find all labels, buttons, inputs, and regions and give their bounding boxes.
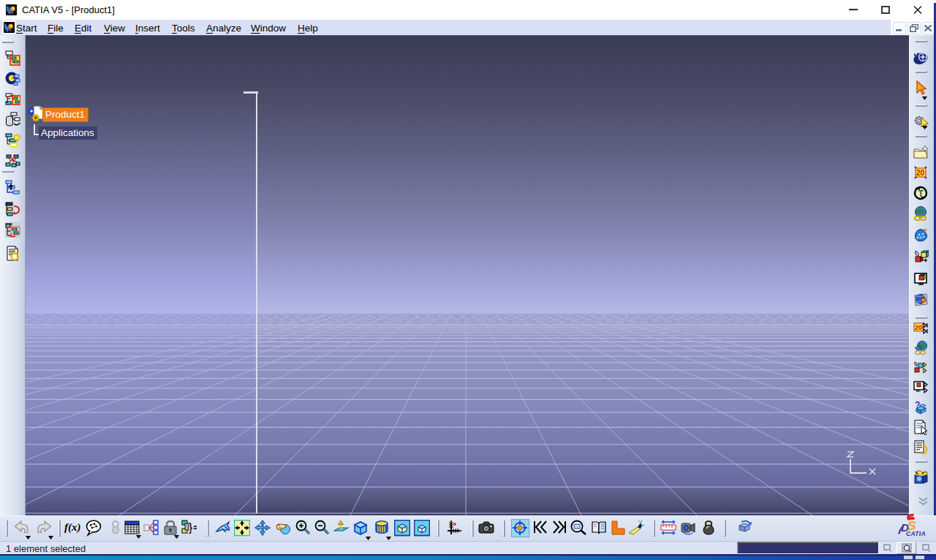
- svg-text:20: 20: [915, 324, 922, 331]
- svg-text:T: T: [918, 189, 924, 199]
- svg-text:CATIA: CATIA: [906, 530, 926, 537]
- svg-text:}: }: [189, 521, 193, 534]
- svg-text:20: 20: [916, 169, 925, 177]
- svg-text:f(x): f(x): [64, 521, 81, 534]
